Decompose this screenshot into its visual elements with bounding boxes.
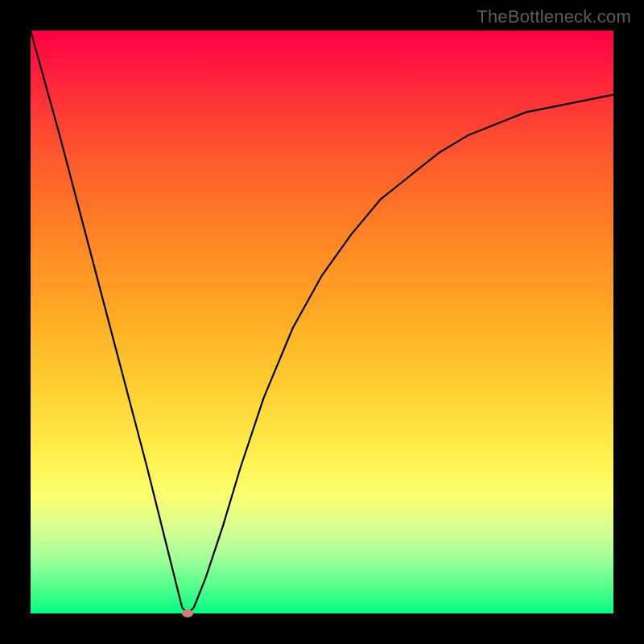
bottleneck-curve bbox=[31, 31, 613, 613]
chart-plot-area bbox=[31, 31, 613, 613]
minimum-marker bbox=[182, 609, 193, 617]
chart-frame: TheBottleneck.com bbox=[0, 0, 644, 644]
watermark-text: TheBottleneck.com bbox=[477, 6, 631, 27]
